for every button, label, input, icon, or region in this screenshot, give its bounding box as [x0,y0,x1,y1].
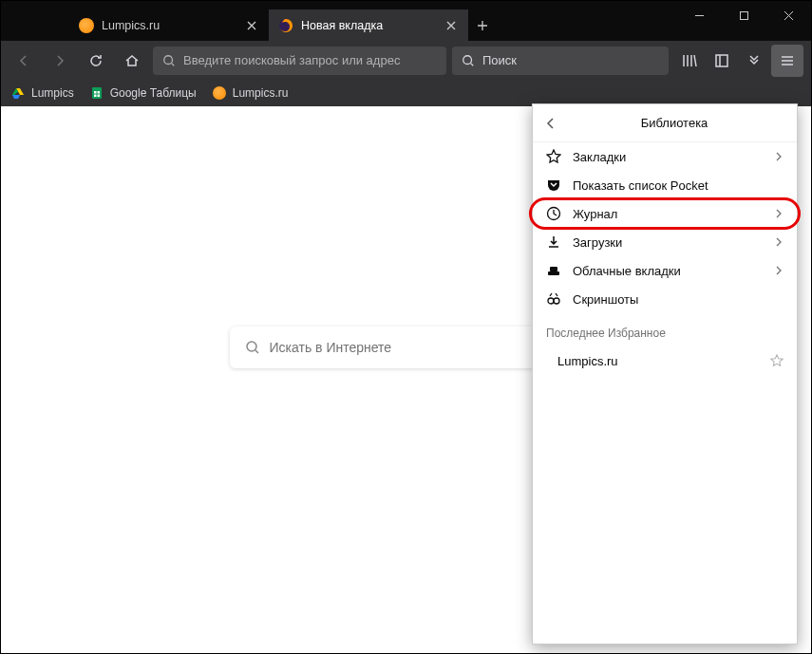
chevron-right-icon [774,152,784,161]
pocket-icon [546,178,561,193]
forward-button[interactable] [45,46,75,76]
search-icon [462,54,475,67]
panel-title: Библиотека [563,116,785,130]
panel-recent-item[interactable]: Lumpics.ru [533,346,797,376]
close-window-button[interactable] [766,1,811,29]
back-button[interactable] [9,46,39,76]
maximize-button[interactable] [722,1,766,29]
panel-item-label: Журнал [573,207,763,221]
cloud-icon [546,263,561,278]
svg-point-11 [548,298,554,304]
minimize-button[interactable] [677,1,722,29]
drive-icon [10,85,26,101]
search-icon [162,54,176,67]
sheets-icon [89,85,104,101]
tab-active[interactable]: Новая вкладка [269,9,468,41]
screenshot-icon [546,291,561,307]
svg-rect-1 [741,11,748,19]
newtab-search-placeholder: Искать в Интернете [270,340,392,355]
panel-item-pocket[interactable]: Показать список Pocket [533,171,797,199]
newtab-search[interactable]: Искать в Интернете [230,327,583,368]
favicon-firefox [278,18,293,33]
star-icon [546,149,561,164]
svg-rect-9 [548,271,559,275]
overflow-button[interactable] [739,46,769,76]
panel-recent-label: Последнее Избранное [533,313,797,346]
panel-item-label: Облачные вкладки [573,264,763,278]
tab-close-icon[interactable] [444,18,459,33]
svg-point-3 [463,55,472,64]
panel-item-label: Загрузки [573,235,763,250]
tab-label: Новая вкладка [301,19,444,32]
tab-close-icon[interactable] [244,18,259,33]
search-bar[interactable]: Поиск [452,47,669,75]
download-icon [546,234,561,250]
tab-spacer [1,1,69,41]
chevron-right-icon [774,237,784,247]
panel-item-label: Показать список Pocket [573,178,784,193]
panel-item-bookmarks[interactable]: Закладки [533,142,797,171]
svg-rect-10 [550,267,557,271]
svg-rect-4 [716,55,727,66]
library-button[interactable] [674,46,705,76]
panel-item-history[interactable]: Журнал [533,199,797,228]
bookmarks-bar: Lumpics Google Таблицы Lumpics.ru [1,80,811,106]
svg-point-7 [247,342,256,351]
url-bar[interactable]: Введите поисковый запрос или адрес [153,47,446,75]
lumpics-icon [212,85,227,101]
history-icon [546,206,561,221]
chevron-right-icon [774,266,784,275]
home-button[interactable] [117,46,147,76]
panel-item-synced-tabs[interactable]: Облачные вкладки [533,256,797,285]
search-icon [245,340,260,355]
search-placeholder: Поиск [482,53,517,67]
menu-button[interactable] [771,45,803,77]
window-controls [677,1,811,41]
bookmark-label: Lumpics [31,86,74,100]
panel-item-label: Закладки [573,150,763,164]
titlebar: Lumpics.ru Новая вкладка [1,1,811,41]
svg-point-2 [164,55,173,64]
new-tab-button[interactable] [468,9,497,41]
star-outline-icon[interactable] [770,354,784,367]
library-panel: Библиотека Закладки Показать список Pock… [532,103,798,645]
bookmark-item[interactable]: Lumpics.ru [212,85,289,101]
panel-header: Библиотека [533,104,797,142]
bookmark-item[interactable]: Lumpics [10,85,74,101]
tab-inactive[interactable]: Lumpics.ru [69,9,269,41]
favicon-lumpics [79,18,94,33]
panel-item-downloads[interactable]: Загрузки [533,228,797,256]
toolbar-right [674,45,803,77]
bookmark-item[interactable]: Google Таблицы [89,85,197,101]
bookmark-label: Lumpics.ru [233,86,289,100]
reload-button[interactable] [81,46,111,76]
panel-recent-item-label: Lumpics.ru [557,354,618,368]
svg-point-12 [554,298,559,304]
toolbar: Введите поисковый запрос или адрес Поиск [1,41,811,80]
panel-item-screenshots[interactable]: Скриншоты [533,285,797,313]
sidebar-button[interactable] [707,46,737,76]
chevron-right-icon [774,209,784,218]
bookmark-label: Google Таблицы [110,86,197,100]
panel-back-button[interactable] [544,117,563,130]
panel-item-label: Скриншоты [573,292,784,307]
tab-label: Lumpics.ru [102,19,244,32]
url-placeholder: Введите поисковый запрос или адрес [183,53,400,67]
